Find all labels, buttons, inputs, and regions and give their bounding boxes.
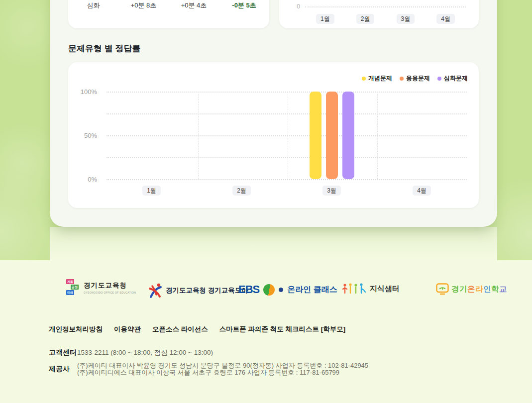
logo-ebs-online-class[interactable]: EBS 온라인 클래스 <box>238 283 337 296</box>
moa-figure-icon <box>148 283 163 299</box>
report-container: 심화 +0분 8초 +0분 4초 -0분 5초 0 1월2월3월4월 문제유형 … <box>50 0 497 227</box>
y-tick-label: 100% <box>68 88 97 96</box>
logo-gyeonggi-online-school[interactable]: 경기온라인학교 <box>436 283 507 295</box>
x-axis-label: 3월 <box>322 186 341 196</box>
logo-title: 경기도교육청 경기교육모아 <box>166 286 248 295</box>
zero-gridline <box>305 6 466 7</box>
y-tick-label: 0 <box>291 3 300 10</box>
bar-column <box>377 92 467 179</box>
footer-link[interactable]: 스마트폰 과의존 척도 체크리스트 [학부모] <box>219 325 346 334</box>
logo-gyeonggi-edu-moa[interactable]: 경기도교육청 경기교육모아 <box>148 283 248 299</box>
monitor-book-icon <box>436 283 449 295</box>
logo-subtitle: GYEONGGIDO OFFICE OF EDUCATION <box>84 291 136 294</box>
logo-jisik-saemteo[interactable]: 지식샘터 <box>342 282 400 295</box>
ebs-circle-icon <box>263 284 275 296</box>
bar-column <box>197 92 287 179</box>
x-axis-column: 4월 <box>377 186 467 196</box>
provider-line: (주)케이티디에스 대표이사 이상국 서울 서초구 효령로 176 사업자 등록… <box>77 369 368 376</box>
bar-응용문제[interactable] <box>326 92 338 179</box>
legend-label: 심화문제 <box>444 74 468 83</box>
ebs-brand: EBS <box>238 283 259 296</box>
legend-dot-icon <box>362 77 366 81</box>
legend-item[interactable]: 개념문제 <box>362 74 392 83</box>
time-delta-negative: -0분 5초 <box>219 1 269 10</box>
plot-area <box>106 92 467 179</box>
customer-center-label: 고객센터 <box>49 348 77 357</box>
x-axis-column: 3월 <box>287 186 377 196</box>
card-bottom-gradient <box>50 227 497 260</box>
time-delta-2: +0분 4초 <box>169 1 219 10</box>
bar-column <box>287 92 377 179</box>
page-background: 심화 +0분 8초 +0분 4초 -0분 5초 0 1월2월3월4월 문제유형 … <box>0 0 532 260</box>
customer-center-row: 고객센터 1533-2211 (8:00 ~ 18:00, 점심 12:00 ~… <box>49 348 213 357</box>
logo-gyeonggido-office-of-education[interactable]: 자율 공정 미래 경기도교육청 GYEONGGIDO OFFICE OF EDU… <box>66 279 136 296</box>
x-axis-label: 4월 <box>413 186 431 196</box>
logo-title: 지식샘터 <box>370 284 400 294</box>
x-axis-column: 4월 <box>426 14 466 24</box>
monthly-chart-card: 0 1월2월3월4월 <box>279 0 479 28</box>
x-axis-column: 1월 <box>305 14 345 24</box>
y-tick-label: 0% <box>68 176 97 183</box>
goe-block: 자율 <box>66 279 74 284</box>
logo-title: 온라인 클래스 <box>287 285 337 295</box>
legend-label: 개념문제 <box>368 74 392 83</box>
legend-item[interactable]: 심화문제 <box>437 74 468 83</box>
logo-title: 경기온라인학교 <box>451 284 507 295</box>
time-delta-1: +0분 8초 <box>118 1 169 10</box>
y-tick-label: 50% <box>68 132 97 139</box>
bar-개념문제[interactable] <box>310 92 321 179</box>
legend-dot-icon <box>400 77 404 81</box>
x-axis-column: 3월 <box>386 14 426 24</box>
footer-link[interactable]: 오픈소스 라이선스 <box>152 325 208 334</box>
bar-column <box>106 92 197 179</box>
x-axis-column: 1월 <box>106 186 197 196</box>
x-axis-column: 2월 <box>197 186 287 196</box>
footer-link[interactable]: 이용약관 <box>114 325 141 334</box>
x-axis-label: 1월 <box>316 14 334 24</box>
ebs-dot-icon <box>279 288 283 292</box>
goe-logo-icon: 자율 공정 미래 <box>66 279 80 296</box>
top-chart-months: 1월2월3월4월 <box>305 14 466 24</box>
goe-block: 공정 <box>71 285 79 290</box>
accuracy-chart-card: 개념문제응용문제심화문제 100% 50% 0% 1월2월3월4월 <box>68 62 479 208</box>
footer: 자율 공정 미래 경기도교육청 GYEONGGIDO OFFICE OF EDU… <box>0 260 532 403</box>
footer-link[interactable]: 개인정보처리방침 <box>49 325 103 334</box>
chart-legend: 개념문제응용문제심화문제 <box>362 74 468 83</box>
x-axis-label: 2월 <box>356 14 375 24</box>
time-comparison-card: 심화 +0분 8초 +0분 4초 -0분 5초 <box>68 0 269 28</box>
legend-dot-icon <box>437 77 441 81</box>
x-axis-label: 4월 <box>436 14 455 24</box>
jisik-figures-icon <box>342 282 367 295</box>
logo-title: 경기도교육청 <box>84 281 136 290</box>
legend-item[interactable]: 응용문제 <box>400 74 430 83</box>
x-axis-label: 1월 <box>142 186 161 196</box>
bar-심화문제[interactable] <box>342 92 354 179</box>
x-axis-column: 2월 <box>345 14 386 24</box>
section-title: 문제유형 별 정답률 <box>68 43 140 54</box>
gridline <box>106 179 467 180</box>
goe-block: 미래 <box>66 290 74 295</box>
main-chart-months: 1월2월3월4월 <box>106 186 467 196</box>
legend-label: 응용문제 <box>406 74 430 83</box>
customer-center-hours: 1533-2211 (8:00 ~ 18:00, 점심 12:00 ~ 13:0… <box>77 348 213 357</box>
x-axis-label: 2월 <box>232 186 251 196</box>
provider-line: (주)케이티 대표이사 박윤영 경기도 성남시 분당구 불정로 90(정자동) … <box>77 362 368 369</box>
footer-links: 개인정보처리방침이용약관오픈소스 라이선스스마트폰 과의존 척도 체크리스트 [… <box>49 325 345 334</box>
provider-label: 제공사 <box>49 365 77 374</box>
row-label: 심화 <box>68 1 118 10</box>
provider-row: 제공사 (주)케이티 대표이사 박윤영 경기도 성남시 분당구 불정로 90(정… <box>49 362 368 376</box>
time-comparison-row: 심화 +0분 8초 +0분 4초 -0분 5초 <box>68 1 269 10</box>
x-axis-label: 3월 <box>397 14 415 24</box>
